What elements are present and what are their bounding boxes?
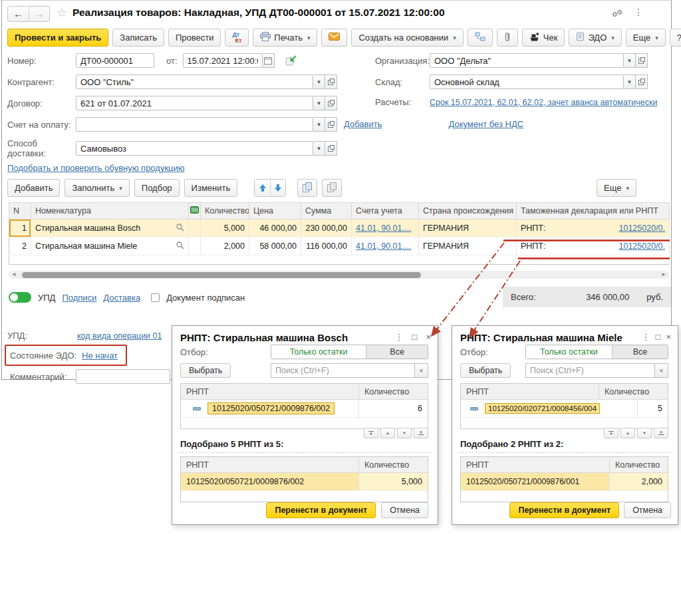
customs-cell[interactable]: РНПТ:10125020/0. (517, 220, 670, 237)
quantity-column-header[interactable]: Количество (358, 384, 428, 399)
more-button[interactable]: Еще▾ (626, 29, 666, 47)
sum-cell[interactable]: 230 000,00 (301, 220, 352, 237)
organization-dropdown-icon[interactable]: ▼ (624, 53, 636, 68)
upd-toggle[interactable] (9, 292, 31, 303)
col-accounts[interactable]: Счета учета (352, 203, 419, 220)
items-edit-button[interactable]: Изменить (184, 179, 238, 197)
copy-rows-button[interactable] (297, 179, 317, 197)
cheque-button[interactable]: Чек (522, 29, 565, 47)
save-button[interactable]: Записать (112, 29, 164, 47)
paste-rows-button[interactable] (322, 179, 342, 197)
help-button[interactable]: ? (670, 29, 681, 47)
scrollbar-thumb[interactable] (22, 272, 421, 278)
invoice-input[interactable] (76, 117, 313, 132)
rnpt-code[interactable]: 10125020/020721/0008456/004 (485, 403, 600, 414)
filter-only-remainders[interactable]: Только остатки (526, 345, 612, 359)
set-current-date-icon[interactable] (285, 55, 297, 66)
back-button[interactable]: ← (8, 7, 29, 21)
create-based-on-button[interactable]: Создать на основании▾ (351, 29, 463, 47)
warehouse-input[interactable] (430, 75, 624, 89)
col-customs[interactable]: Таможенная декларация или РНПТ (517, 203, 670, 220)
go-down-button[interactable]: ▼ (397, 428, 412, 438)
rnpt-link[interactable]: 10125020/0. (618, 224, 665, 233)
counterparty-input[interactable] (76, 75, 313, 89)
rnpt-link[interactable]: 10125020/0. (618, 241, 665, 251)
go-up-button[interactable]: ▲ (380, 428, 395, 438)
rnpt-row[interactable]: 10125020/050721/0009876/001 2,000 (461, 473, 668, 490)
delivery-dropdown-icon[interactable]: ▼ (313, 141, 325, 156)
transfer-to-document-button[interactable]: Перенести в документ (509, 502, 619, 518)
accounts-cell[interactable]: 41.01, 90.01.... (352, 220, 419, 237)
price-cell[interactable]: 46 000,00 (249, 220, 301, 237)
invoice-open-icon[interactable] (325, 117, 337, 132)
delivery-link[interactable]: Доставка (103, 293, 140, 303)
contract-input[interactable] (76, 96, 313, 110)
related-documents-button[interactable] (468, 29, 493, 47)
items-pick-button[interactable]: Подбор (134, 179, 180, 197)
col-quantity[interactable]: Количество (201, 203, 249, 220)
document-signed-checkbox[interactable] (151, 293, 160, 302)
marking-cell[interactable] (189, 220, 201, 237)
contract-dropdown-icon[interactable]: ▼ (313, 96, 325, 110)
country-cell[interactable]: ГЕРМАНИЯ (419, 220, 517, 237)
settlements-link[interactable]: Срок 15.07.2021, 62.01, 62.02, зачет ава… (430, 98, 657, 107)
close-icon[interactable]: × (666, 332, 671, 342)
post-button[interactable]: Провести (168, 29, 221, 47)
table-row[interactable]: 2 Стиральная машина Miele 2,000 58 000,0… (9, 237, 670, 255)
attachments-button[interactable] (497, 29, 518, 47)
close-icon[interactable]: × (426, 332, 431, 342)
warehouse-dropdown-icon[interactable]: ▼ (624, 75, 636, 89)
col-marking[interactable] (189, 203, 201, 220)
price-cell[interactable]: 58 000,00 (249, 237, 301, 255)
filter-only-remainders[interactable]: Только остатки (271, 345, 366, 359)
cancel-button[interactable]: Отмена (624, 502, 671, 518)
move-row-up-button[interactable] (255, 180, 270, 196)
favorite-star-icon[interactable]: ☆ (57, 7, 67, 19)
go-up-button[interactable]: ▲ (620, 428, 635, 438)
col-country[interactable]: Страна происхождения (419, 203, 517, 220)
col-nomenclature[interactable]: Номенклатура (31, 203, 189, 220)
dtkt-button[interactable]: ДтКт (225, 29, 249, 47)
quantity-cell[interactable]: 2,000 (201, 237, 249, 255)
search-clear-icon[interactable]: × (655, 363, 668, 378)
contract-open-icon[interactable] (325, 96, 337, 110)
col-price[interactable]: Цена (249, 203, 301, 220)
go-first-button[interactable]: ▲ (604, 428, 618, 438)
delivery-method-input[interactable] (76, 141, 313, 156)
invoice-dropdown-icon[interactable]: ▼ (313, 117, 325, 132)
col-sum[interactable]: Сумма (301, 203, 352, 220)
window-more-icon[interactable]: ⋮ (634, 7, 643, 17)
magnifier-icon[interactable] (176, 223, 184, 233)
signatures-link[interactable]: Подписи (62, 293, 96, 303)
rnpt-column-header[interactable]: РНПТ (461, 387, 599, 396)
scroll-left-icon[interactable]: ◄ (11, 271, 17, 277)
row-number-cell[interactable]: 1 (9, 220, 31, 237)
rnpt-row[interactable]: 10125020/050721/0009876/002 5,000 (181, 473, 428, 490)
customs-cell[interactable]: РНПТ:10125020/0. (517, 237, 670, 255)
accounts-cell[interactable]: 41.01, 90.01.... (352, 237, 419, 255)
sum-cell[interactable]: 116 000,00 (301, 237, 352, 255)
comment-input[interactable] (76, 369, 170, 384)
items-more-button[interactable]: Еще▾ (597, 179, 636, 197)
rnpt-code[interactable]: 10125020/050721/0009876/002 (207, 402, 335, 414)
rnpt-column-header[interactable]: РНПТ (461, 460, 609, 470)
counterparty-dropdown-icon[interactable]: ▼ (313, 75, 325, 89)
counterparty-open-icon[interactable] (325, 75, 337, 89)
items-add-button[interactable]: Добавить (7, 179, 60, 197)
quantity-cell[interactable]: 5,000 (201, 220, 249, 237)
rnpt-row[interactable]: 10125020/050721/0009876/002 6 (181, 400, 428, 417)
no-vat-link[interactable]: Документ без НДС (448, 119, 523, 129)
print-button[interactable]: Печать▾ (253, 29, 317, 47)
move-row-down-button[interactable] (270, 180, 285, 196)
country-cell[interactable]: ГЕРМАНИЯ (419, 237, 517, 255)
dialog-more-icon[interactable]: ⋮ (395, 332, 404, 342)
rnpt-row[interactable]: 10125020/020721/0008456/004 5 (461, 400, 668, 417)
organization-input[interactable] (430, 53, 624, 68)
quantity-column-header[interactable]: Количество (358, 457, 428, 472)
edo-button[interactable]: ЭДО▾ (569, 29, 621, 47)
search-clear-icon[interactable]: × (415, 363, 428, 378)
get-link-icon[interactable] (611, 8, 623, 20)
warehouse-open-icon[interactable] (636, 75, 648, 89)
maximize-icon[interactable]: □ (412, 332, 418, 342)
go-last-button[interactable]: ▼ (654, 428, 668, 438)
